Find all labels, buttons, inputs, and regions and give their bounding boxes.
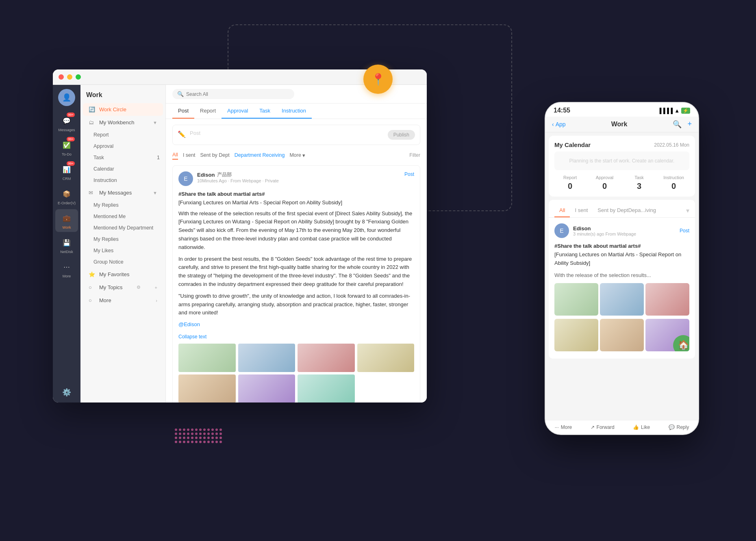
nav-item-my-topics[interactable]: ○ My Topics ⚙ + [83,281,163,294]
expand-arrow-icon: ▼ [153,190,157,195]
topics-icon: ○ [89,284,96,290]
sidebar-item-more[interactable]: ⋯ More [55,258,78,281]
phone-img-6[interactable]: 🏠 [645,319,689,351]
nav-sub-item-instruction[interactable]: Instruction [80,175,165,186]
post-action-button[interactable]: Post [404,171,414,177]
tab-approval[interactable]: Approval [222,104,254,119]
more-apps-icon: ⋯ [63,263,70,271]
phone-like-button[interactable]: 👍 Like [633,424,650,430]
filter-sent-by-dept[interactable]: Sent by Dept [200,151,229,159]
search-bar[interactable]: 🔍 [172,89,294,99]
nav-sub-item-report[interactable]: Report [80,129,165,141]
phone-tab-expand-icon[interactable]: ▾ [686,204,689,217]
nav-sub-item-approval[interactable]: Approval [80,141,165,152]
nav-sub-item-my-likes[interactable]: My Likes [80,245,165,256]
nav-item-my-favorites[interactable]: ⭐ My Favorites [83,268,163,281]
filter-dept-receiving[interactable]: Department Receiving [235,151,285,159]
phone-img-1[interactable] [554,283,598,316]
post-mention[interactable]: @Edison [178,321,200,327]
minimize-button[interactable] [67,74,72,80]
settings-small-icon[interactable]: ⚙ [137,285,141,290]
phone-back-button[interactable]: ‹ App [552,121,566,128]
post-editor-placeholder: Post [190,130,384,136]
phone-cal-date: 2022.05.16 Mon [654,142,689,148]
post-image-2[interactable] [238,344,295,372]
sidebar-item-crm[interactable]: 📊 99+ CRM [55,160,78,183]
tab-instruction[interactable]: Instruction [276,104,312,119]
nav-sub-item-my-replies[interactable]: My Replies [80,199,165,211]
phone-post-action[interactable]: Post [680,228,689,234]
nav-item-work-circle[interactable]: 🔄 Work Circle [83,103,163,116]
post-image-5[interactable] [178,374,236,403]
post-card: E Edison 产品部 10Minutes Ago · From Webpag… [172,165,420,403]
phone-bottom-images-row: 🏠 [554,319,689,351]
stat-label: Instruction [658,175,689,180]
post-image-3[interactable] [298,344,355,372]
close-button[interactable] [59,74,64,80]
phone-search-icon[interactable]: 🔍 [673,120,682,129]
tab-task[interactable]: Task [254,104,276,119]
post-content-area: ✏️ Post Publish All I sent Sent by Dept … [166,119,427,403]
sidebar-item-label: E-Order(V) [58,201,76,205]
phone-tab-sent-by-dept[interactable]: Sent by DeptDepa...iving [593,204,661,217]
main-content-area: 🔍 Post Report Approval Task Instruction [166,85,427,403]
sidebar-item-messages[interactable]: 💬 99+ Messages [55,112,78,134]
maximize-button[interactable] [76,74,81,80]
post-image-7[interactable] [298,374,355,403]
phone-stat-instruction: Instruction 0 [658,175,689,191]
user-avatar[interactable]: 👤 [58,89,75,106]
collapse-text-link[interactable]: Collapse text [178,334,414,340]
filter-right-link[interactable]: Filter [409,152,420,158]
signal-icon: ▐▐▐▐ [658,108,673,114]
post-image-6[interactable] [238,374,295,403]
plus-small-icon[interactable]: + [155,285,157,290]
post-body-1: With the release of the selection result… [178,210,414,252]
phone-img-5[interactable] [600,319,644,351]
nav-item-label: My Likes [93,248,113,253]
nav-sub-item-my-replies2[interactable]: My Replies [80,234,165,245]
phone-img-3[interactable] [645,283,689,316]
sidebar-item-eorder[interactable]: 📦 E-Order(V) [55,185,78,208]
sidebar-item-netdisk[interactable]: 💾 NetDisk [55,234,78,256]
phone-tab-i-sent[interactable]: I sent [570,204,593,217]
nav-item-label: My Favorites [99,271,129,277]
filter-all[interactable]: All [172,151,178,160]
post-editor[interactable]: ✏️ Post Publish [172,125,420,145]
task-badge: 1 [157,155,160,160]
phone-tab-all[interactable]: All [554,204,570,217]
phone-img-4[interactable] [554,319,598,351]
tab-post[interactable]: Post [172,104,194,119]
back-label: App [556,121,566,128]
nav-sub-item-mentioned-me[interactable]: Mentioned Me [80,211,165,222]
nav-item-more[interactable]: ○ More › [83,294,163,307]
phone-stat-report: Report 0 [554,175,586,191]
nav-item-my-messages[interactable]: ✉ My Messages ▼ [83,186,163,199]
post-image-4[interactable] [357,344,415,372]
sidebar-item-work[interactable]: 💼 Work [55,209,78,232]
publish-button[interactable]: Publish [388,130,415,140]
nav-item-my-workbench[interactable]: 🗂 My Workbench ▼ [83,116,163,129]
desktop-app-window: 👤 💬 99+ Messages ✅ 99+ To-Do [53,69,427,403]
like-icon: 👍 [633,424,639,430]
phone-img-2[interactable] [600,283,644,316]
chevron-down-icon: ▾ [302,152,305,158]
stat-value: 3 [623,182,655,191]
tab-report[interactable]: Report [194,104,222,119]
phone-forward-button[interactable]: ↗ Forward [591,424,615,430]
post-image-1[interactable] [178,344,236,372]
settings-button[interactable]: ⚙️ [62,388,71,397]
phone-reply-button[interactable]: 💬 Reply [669,424,689,430]
phone-add-icon[interactable]: + [687,120,692,129]
nav-sub-item-task[interactable]: Task 1 [80,152,165,163]
filter-more-dropdown[interactable]: More ▾ [289,152,305,158]
search-input[interactable] [186,91,289,97]
phone-more-button[interactable]: ··· More [555,424,572,430]
phone-nav-actions: 🔍 + [673,120,692,129]
phone-images-container: 🏠 [554,283,689,351]
nav-sub-item-mentioned-dept[interactable]: Mentioned My Department [80,222,165,234]
sidebar-item-todo[interactable]: ✅ 99+ To-Do [55,136,78,159]
nav-sub-item-group-notice[interactable]: Group Notice [80,256,165,268]
mobile-phone: 14:55 ▐▐▐▐ ▲ ⚡ ‹ App Work 🔍 + [545,102,699,435]
nav-sub-item-calendar[interactable]: Calendar [80,163,165,175]
filter-i-sent[interactable]: I sent [183,151,196,159]
